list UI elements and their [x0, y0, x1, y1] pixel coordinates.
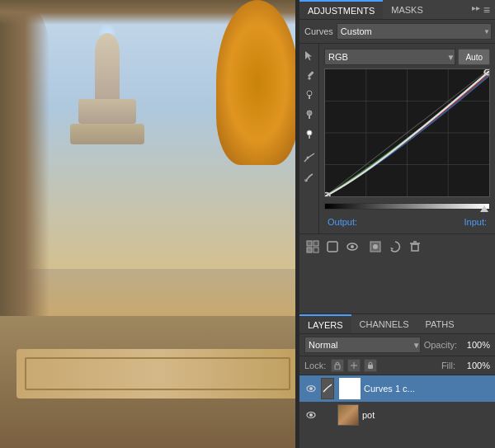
- smooth-curve-tool[interactable]: [301, 149, 318, 166]
- adjustments-panel: ADJUSTMENTS MASKS ▸▸ ≡ Curves Custom Lin…: [299, 0, 495, 314]
- graph-area: RGB Red Green Blue ▼ Auto: [319, 44, 495, 233]
- svg-marker-27: [390, 248, 394, 250]
- pencil-tool[interactable]: [301, 67, 318, 83]
- tab-paths[interactable]: PATHS: [417, 314, 463, 333]
- bottom-icons-row: [299, 233, 495, 258]
- svg-rect-0: [307, 71, 314, 78]
- svg-rect-7: [309, 134, 310, 139]
- channel-arrow: ▼: [447, 53, 455, 62]
- eyedropper-black[interactable]: [301, 87, 318, 103]
- lock-icons-group: [331, 359, 377, 372]
- svg-rect-3: [309, 95, 310, 99]
- curves-graph[interactable]: [324, 68, 490, 197]
- rotate-icon[interactable]: [387, 238, 403, 255]
- tab-layers[interactable]: LAYERS: [299, 314, 351, 333]
- input-highlight-marker[interactable]: [480, 205, 488, 212]
- pot-layer-thumb: [337, 404, 359, 426]
- lock-row: Lock: Fill: 100%: [299, 356, 495, 375]
- tab-adjustments[interactable]: ADJUSTMENTS: [299, 0, 383, 19]
- temple-base: [70, 124, 144, 144]
- eyedropper-white[interactable]: [301, 126, 318, 143]
- output-label: Output:: [328, 217, 357, 227]
- svg-point-26: [373, 244, 378, 249]
- curves-preset-label: Curves: [304, 26, 333, 36]
- opacity-value[interactable]: 100%: [460, 340, 490, 350]
- pot-layer-spacer: [321, 404, 334, 426]
- svg-rect-19: [314, 241, 318, 246]
- pointer-tool[interactable]: [301, 47, 318, 64]
- temple-top: [95, 33, 120, 99]
- curves-preset-row: Curves Custom Linear Strong Contrast ▼: [299, 20, 495, 44]
- reset-curve-tool[interactable]: [301, 169, 318, 186]
- tab-masks[interactable]: MASKS: [383, 0, 431, 19]
- fill-label: Fill:: [441, 361, 455, 370]
- lock-position-icon[interactable]: [347, 359, 361, 372]
- blend-mode-arrow: ▼: [412, 341, 421, 350]
- temple-mid: [78, 99, 136, 124]
- pot-layer-name: pot: [362, 410, 490, 420]
- input-label: Input:: [464, 217, 487, 227]
- svg-rect-21: [314, 248, 318, 252]
- reset-icon[interactable]: [324, 238, 341, 255]
- svg-rect-22: [328, 242, 337, 252]
- fill-value[interactable]: 100%: [460, 361, 490, 370]
- lock-label: Lock:: [304, 361, 326, 370]
- main-canvas: [0, 0, 299, 448]
- visibility-icon[interactable]: [344, 238, 361, 255]
- panel-tab-icons: ▸▸ ≡: [472, 3, 495, 17]
- svg-rect-30: [335, 365, 340, 370]
- eyedropper-gray[interactable]: [301, 106, 318, 123]
- opacity-label: Opacity:: [424, 340, 457, 350]
- gradient-bar: [324, 203, 490, 210]
- svg-point-8: [306, 157, 309, 159]
- svg-point-24: [351, 245, 354, 248]
- layer-row-curves[interactable]: Curves 1 c...: [299, 375, 495, 402]
- ground: [0, 316, 299, 448]
- panel-tab-bar: ADJUSTMENTS MASKS ▸▸ ≡: [299, 0, 495, 20]
- fence: [16, 349, 299, 398]
- layer-visibility-curves[interactable]: [304, 382, 318, 395]
- panel-menu-icon[interactable]: ≡: [483, 3, 490, 17]
- floating-temple: [66, 33, 148, 140]
- layer-row-pot[interactable]: pot: [299, 402, 495, 428]
- layer-visibility-pot[interactable]: [304, 408, 318, 422]
- graph-controls: RGB Red Green Blue ▼ Auto: [324, 49, 490, 65]
- lock-all-icon[interactable]: [364, 359, 377, 372]
- mask-icon[interactable]: [367, 238, 384, 255]
- histogram-slider[interactable]: [324, 200, 490, 212]
- svg-rect-33: [368, 365, 373, 369]
- svg-rect-20: [307, 248, 312, 252]
- channel-select[interactable]: RGB Red Green Blue: [324, 49, 455, 65]
- thumbnail-icon[interactable]: [304, 238, 321, 255]
- output-input-row: Output: Input:: [324, 215, 490, 229]
- svg-rect-5: [309, 115, 310, 119]
- blend-mode-select[interactable]: Normal Multiply Screen Overlay: [304, 337, 421, 353]
- orange-tree: [216, 0, 299, 165]
- svg-rect-18: [307, 241, 312, 246]
- curves-layer-icon: [321, 378, 334, 399]
- svg-point-37: [309, 413, 313, 417]
- svg-marker-1: [308, 77, 311, 80]
- delete-icon[interactable]: [407, 238, 423, 255]
- layers-tab-bar: LAYERS CHANNELS PATHS: [299, 314, 495, 334]
- curves-mask-thumb: [339, 378, 361, 399]
- curves-preset-select[interactable]: Custom Linear Strong Contrast: [337, 23, 492, 40]
- auto-button[interactable]: Auto: [458, 49, 490, 65]
- layer-blend-controls: Normal Multiply Screen Overlay ▼ Opacity…: [299, 334, 495, 356]
- svg-point-35: [309, 387, 313, 390]
- lock-pixels-icon[interactable]: [331, 359, 344, 372]
- curves-tools-column: [299, 44, 319, 233]
- tab-channels[interactable]: CHANNELS: [351, 314, 417, 333]
- panel-expand-icon[interactable]: ▸▸: [472, 3, 480, 17]
- curves-main-area: RGB Red Green Blue ▼ Auto: [299, 44, 495, 233]
- layers-panel: LAYERS CHANNELS PATHS Normal Multiply Sc…: [299, 314, 495, 448]
- curves-layer-name: Curves 1 c...: [364, 384, 490, 394]
